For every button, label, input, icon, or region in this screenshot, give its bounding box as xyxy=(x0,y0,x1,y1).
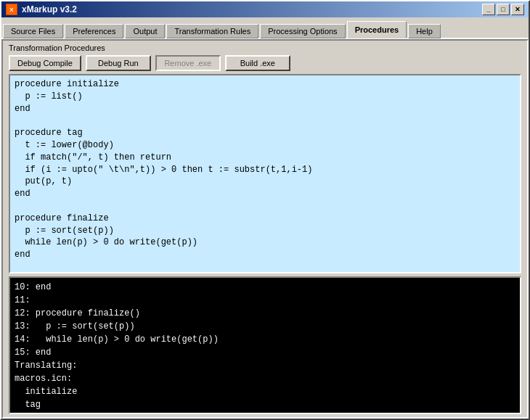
tab-transformation-rules[interactable]: Transformation Rules xyxy=(166,24,258,38)
console-output[interactable]: 10: end 11: 12: procedure finalize() 13:… xyxy=(9,276,521,414)
tab-processing-options[interactable]: Processing Options xyxy=(260,24,345,38)
app-icon: X xyxy=(6,4,17,15)
code-content: procedure initialize p := list() end pro… xyxy=(15,78,515,261)
tab-procedures[interactable]: Procedures xyxy=(347,21,407,38)
build-exe-button[interactable]: Build .exe xyxy=(225,55,290,71)
titlebar-left: X xMarkup v3.2 xyxy=(6,4,77,15)
main-content-area: Transformation Procedures Debug Compile … xyxy=(1,39,529,419)
section-label: Transformation Procedures xyxy=(3,41,527,54)
debug-run-button[interactable]: Debug Run xyxy=(86,55,151,71)
tab-output[interactable]: Output xyxy=(125,24,165,38)
close-button[interactable]: ✕ xyxy=(511,4,524,15)
titlebar: X xMarkup v3.2 _ □ ✕ xyxy=(1,1,529,17)
tab-preferences[interactable]: Preferences xyxy=(65,24,123,38)
main-window: X xMarkup v3.2 _ □ ✕ Source Files Prefer… xyxy=(0,0,530,420)
window-title: xMarkup v3.2 xyxy=(22,4,77,15)
procedures-toolbar: Debug Compile Debug Run Remove .exe Buil… xyxy=(3,54,527,74)
console-content: 10: end 11: 12: procedure finalize() 13:… xyxy=(15,281,515,414)
maximize-button[interactable]: □ xyxy=(497,4,510,15)
tab-bar: Source Files Preferences Output Transfor… xyxy=(1,17,529,39)
debug-compile-button[interactable]: Debug Compile xyxy=(9,55,81,71)
minimize-button[interactable]: _ xyxy=(482,4,495,15)
titlebar-controls: _ □ ✕ xyxy=(482,4,524,15)
tab-source-files[interactable]: Source Files xyxy=(3,24,63,38)
tab-help[interactable]: Help xyxy=(408,24,441,38)
remove-exe-button[interactable]: Remove .exe xyxy=(155,55,221,71)
code-editor[interactable]: procedure initialize p := list() end pro… xyxy=(9,74,521,273)
